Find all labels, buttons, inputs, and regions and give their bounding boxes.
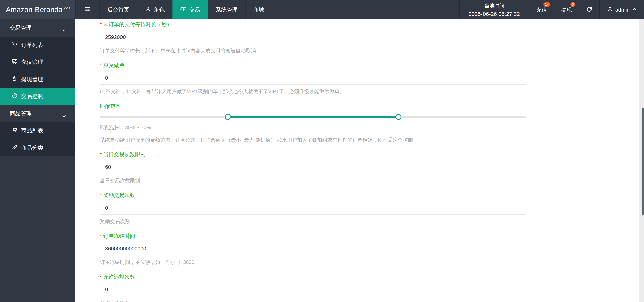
gauge-icon xyxy=(12,93,18,100)
required-asterisk: * xyxy=(100,22,102,27)
nav-item-home[interactable]: 后台首页 xyxy=(99,0,137,19)
recharge-badge: 14 xyxy=(543,2,550,7)
field-help: 允许违规次数 xyxy=(100,300,526,302)
sidebar-item-label: 订单列表 xyxy=(21,41,43,49)
recharge-label: 充值 xyxy=(536,6,547,13)
username: admin xyxy=(615,7,630,13)
field-label: *允许违规次数 xyxy=(100,273,526,280)
user-icon xyxy=(607,6,613,14)
nav-item-role-label: 角色 xyxy=(154,6,165,14)
form-field-repeat-order: *重复做单 0=不允许，1=允许，如果昨天用户做了VIP1级别的单，那么他今天就… xyxy=(100,62,526,95)
sidebar: 交易管理 订单列表 充值管理 xyxy=(0,19,75,302)
nav-item-role[interactable]: 角色 xyxy=(137,0,172,19)
sidebar-section-product-management[interactable]: 商品管理 xyxy=(0,105,75,122)
nav-right: 当地时间 2025-06-26 05:27:32 充值 14 提现 0 xyxy=(459,0,644,19)
sidebar-item-product-category[interactable]: 商品分类 xyxy=(0,139,75,156)
scrollbar-track xyxy=(639,19,644,302)
nav-item-mall-label: 商城 xyxy=(253,6,264,14)
slider-handle-min[interactable] xyxy=(225,114,231,120)
daily-trade-limit-input[interactable] xyxy=(100,160,526,174)
sidebar-item-label: 充值管理 xyxy=(21,58,43,66)
form-field-daily-trade-limit: *当日交易次数限制 当日交易次数限制 xyxy=(100,151,526,184)
sidebar-section-trade-management[interactable]: 交易管理 xyxy=(0,19,75,37)
section-title: 交易管理 xyxy=(10,24,32,32)
nav-item-trade-label: 交易 xyxy=(189,6,200,14)
field-help: 订单冻结时间，单位秒，如一个小时: 3600 xyxy=(100,259,526,265)
reward-trade-count-input[interactable] xyxy=(100,201,526,215)
withdraw-button[interactable]: 提现 0 xyxy=(554,0,579,19)
cart-icon xyxy=(12,41,18,49)
pay-wait-time-input[interactable] xyxy=(100,30,526,44)
sidebar-submenu-product: 商品列表 商品分类 xyxy=(0,122,75,156)
sidebar-item-label: 商品列表 xyxy=(21,127,43,135)
form-field-reward-trade-count: *奖励交易次数 奖励交易次数 xyxy=(100,192,526,225)
sidebar-item-withdraw-management[interactable]: 提现管理 xyxy=(0,71,75,88)
user-icon xyxy=(145,6,151,14)
order-freeze-time-input[interactable] xyxy=(100,242,526,255)
field-help: 订单支付等待时长，新下订单未在此时间内容完成支付将会被自动取消 xyxy=(100,47,526,54)
field-help: 0=不允许，1=允许，如果昨天用户做了VIP1级别的单，那么他今天就做不了VIP… xyxy=(100,88,526,95)
link-icon xyxy=(12,144,18,152)
required-asterisk: * xyxy=(100,152,102,157)
repeat-order-input[interactable] xyxy=(100,71,526,85)
field-help: 当日交易次数限制 xyxy=(100,177,526,184)
sidebar-item-product-list[interactable]: 商品列表 xyxy=(0,122,75,139)
sidebar-item-label: 提现管理 xyxy=(21,76,43,83)
gavel-icon xyxy=(12,76,18,83)
cart-icon xyxy=(12,127,18,135)
brand-name: Amazon-Beranda xyxy=(6,6,63,14)
local-time-value: 2025-06-26 05:27:32 xyxy=(469,11,520,17)
trade-control-form: *未订单的支付等待时长（秒） 订单支付等待时长，新下订单未在此时间内容完成支付将… xyxy=(100,21,526,302)
sidebar-submenu-trade: 订单列表 充值管理 提现 xyxy=(0,37,75,105)
section-title: 商品管理 xyxy=(10,110,32,117)
form-field-order-freeze-time: *订单冻结时间 订单冻结时间，单位秒，如一个小时: 3600 xyxy=(100,232,526,265)
refresh-icon xyxy=(586,6,592,14)
nav-item-home-label: 后台首页 xyxy=(107,6,129,14)
sidebar-item-label: 交易控制 xyxy=(21,93,43,100)
required-asterisk: * xyxy=(100,62,102,68)
field-label: *未订单的支付等待时长（秒） xyxy=(100,21,526,28)
required-asterisk: * xyxy=(100,274,102,280)
required-asterisk: * xyxy=(100,233,102,239)
field-label: *重复做单 xyxy=(100,62,526,69)
required-asterisk: * xyxy=(100,192,102,198)
allowed-violations-input[interactable] xyxy=(100,283,526,296)
withdraw-badge: 0 xyxy=(570,2,575,7)
nav-item-trade[interactable]: 交易 xyxy=(172,0,208,19)
form-field-match-range: 匹配范围 匹配范围：30% ~ 70% 系统自动给用户派单的金额范围，计算公式：… xyxy=(100,103,526,143)
field-label: *当日交易次数限制 xyxy=(100,151,526,158)
field-label: *订单冻结时间 xyxy=(100,232,526,240)
sidebar-item-trade-control[interactable]: 交易控制 xyxy=(0,88,75,105)
nav-item-system[interactable]: 系统管理 xyxy=(208,0,245,19)
user-menu[interactable]: admin xyxy=(599,0,644,19)
scale-icon xyxy=(180,6,187,14)
sidebar-collapse-button[interactable] xyxy=(75,0,99,19)
sidebar-item-label: 商品分类 xyxy=(21,144,43,152)
top-navbar: Amazon-Beranda V20 后台首页 角色 xyxy=(0,0,644,19)
main-content: *未订单的支付等待时长（秒） 订单支付等待时长，新下订单未在此时间内容完成支付将… xyxy=(75,19,639,302)
local-time: 当地时间 2025-06-26 05:27:32 xyxy=(459,0,529,19)
field-help: 匹配范围：30% ~ 70% xyxy=(100,124,526,131)
recharge-button[interactable]: 充值 14 xyxy=(529,0,554,19)
refresh-button[interactable] xyxy=(579,0,599,19)
nav-item-mall[interactable]: 商城 xyxy=(245,0,272,19)
local-time-label: 当地时间 xyxy=(484,2,504,9)
sidebar-item-recharge-management[interactable]: 充值管理 xyxy=(0,54,75,71)
form-field-pay-wait-time: *未订单的支付等待时长（秒） 订单支付等待时长，新下订单未在此时间内容完成支付将… xyxy=(100,21,526,54)
slider-active-segment xyxy=(228,116,398,118)
withdraw-label: 提现 xyxy=(561,6,572,13)
field-label: *奖励交易次数 xyxy=(100,192,526,199)
nav-menu: 后台首页 角色 交易 系统管理 商城 xyxy=(75,0,272,19)
field-label: 匹配范围 xyxy=(100,103,526,110)
slider-handle-max[interactable] xyxy=(395,114,401,120)
field-help: 奖励交易次数 xyxy=(100,218,526,225)
shrink-menu-icon xyxy=(84,6,91,14)
chart-board-icon xyxy=(12,58,18,66)
match-range-slider[interactable] xyxy=(100,113,526,121)
nav-item-system-label: 系统管理 xyxy=(216,6,238,14)
chevron-up-icon xyxy=(632,7,637,13)
sidebar-item-order-list[interactable]: 订单列表 xyxy=(0,37,75,54)
scrollbar-thumb[interactable] xyxy=(642,108,644,215)
field-help-secondary: 系统自动给用户派单的金额范围，计算公式：用户余额 x （最小~最大 随机值）,如… xyxy=(100,137,526,143)
brand-version: V20 xyxy=(63,6,70,10)
